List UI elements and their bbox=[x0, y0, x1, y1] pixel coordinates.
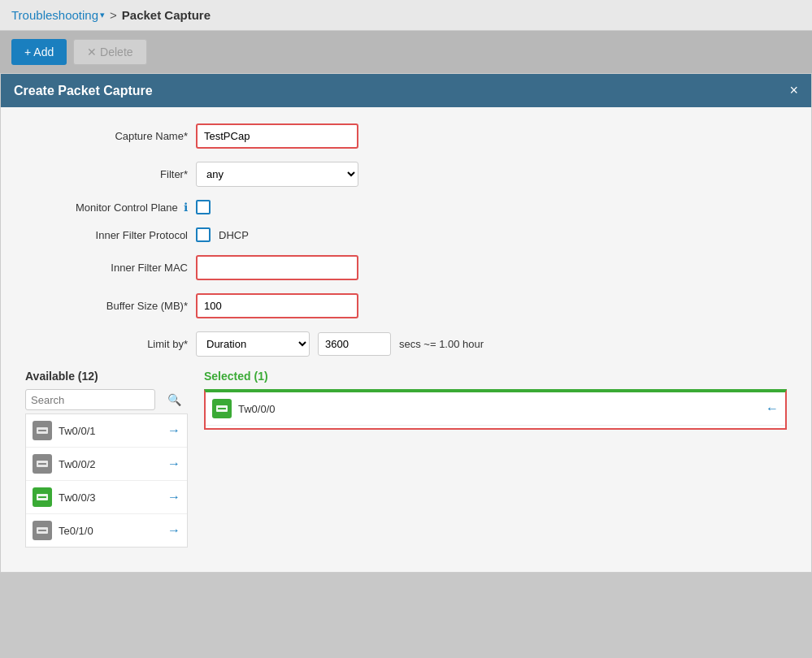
remove-item-arrow[interactable]: ← bbox=[766, 401, 779, 416]
search-input[interactable] bbox=[31, 394, 167, 406]
add-item-arrow[interactable]: → bbox=[167, 423, 180, 438]
interface-icon bbox=[33, 487, 52, 507]
selected-item-left: Tw0/0/0 bbox=[212, 399, 276, 418]
selected-item[interactable]: Tw0/0/0 ← bbox=[206, 392, 785, 426]
monitor-cp-info-icon[interactable]: ℹ bbox=[184, 201, 188, 214]
monitor-cp-checkbox[interactable] bbox=[196, 200, 211, 214]
create-packet-capture-modal: Create Packet Capture × Capture Name* Fi… bbox=[0, 73, 812, 573]
capture-name-row: Capture Name* bbox=[25, 123, 787, 149]
inner-filter-mac-label: Inner Filter MAC bbox=[25, 262, 188, 274]
inner-filter-mac-input[interactable] bbox=[196, 255, 358, 280]
filter-select[interactable]: any custom bbox=[196, 162, 358, 187]
monitor-cp-row: Monitor Control Plane ℹ bbox=[25, 200, 787, 214]
inner-filter-mac-row: Inner Filter MAC bbox=[25, 255, 787, 280]
troubleshooting-label: Troubleshooting bbox=[11, 8, 98, 22]
filter-label: Filter* bbox=[25, 168, 188, 180]
list-item[interactable]: Tw0/0/1 → bbox=[26, 414, 187, 448]
available-header: Available (12) bbox=[25, 370, 188, 383]
page-title: Packet Capture bbox=[122, 8, 211, 22]
search-icon: 🔍 bbox=[167, 393, 181, 406]
top-bar: Troubleshooting ▾ > Packet Capture bbox=[0, 0, 812, 31]
selected-item-name: Tw0/0/0 bbox=[238, 403, 276, 415]
action-bar: + Add ✕ Delete bbox=[0, 31, 812, 73]
list-item-left: Tw0/0/2 bbox=[33, 454, 96, 474]
delete-button[interactable]: ✕ Delete bbox=[73, 39, 146, 65]
add-item-arrow[interactable]: → bbox=[167, 457, 180, 471]
list-item[interactable]: Te0/1/0 → bbox=[26, 514, 187, 547]
dhcp-label: DHCP bbox=[219, 229, 249, 241]
add-item-arrow[interactable]: → bbox=[167, 523, 180, 538]
breadcrumb-separator: > bbox=[110, 8, 117, 22]
interface-icon bbox=[33, 454, 52, 474]
interface-icon bbox=[33, 521, 52, 540]
list-item-left: Tw0/0/1 bbox=[33, 421, 96, 440]
inner-filter-protocol-label: Inner Filter Protocol bbox=[25, 229, 188, 241]
inner-filter-protocol-row: Inner Filter Protocol DHCP bbox=[25, 227, 787, 242]
interface-icon bbox=[33, 421, 52, 440]
capture-name-label: Capture Name* bbox=[25, 130, 188, 142]
dhcp-checkbox[interactable] bbox=[196, 227, 211, 242]
available-list: Tw0/0/1 → Tw0/0/2 → bbox=[25, 413, 188, 548]
item-name: Te0/1/0 bbox=[59, 525, 93, 537]
list-item[interactable]: Tw0/0/3 → bbox=[26, 481, 187, 514]
search-box: 🔍 bbox=[25, 389, 155, 410]
available-count: Available (12) bbox=[25, 370, 98, 383]
list-item-left: Tw0/0/3 bbox=[33, 487, 96, 507]
add-button[interactable]: + Add bbox=[11, 39, 67, 65]
troubleshooting-caret: ▾ bbox=[100, 10, 105, 20]
item-name: Tw0/0/3 bbox=[59, 491, 96, 504]
buffer-size-label: Buffer Size (MB)* bbox=[25, 300, 188, 312]
limit-info-text: secs ~= 1.00 hour bbox=[399, 338, 484, 350]
selected-header: Selected (1) bbox=[204, 370, 787, 383]
modal-title: Create Packet Capture bbox=[14, 84, 153, 98]
available-panel: Available (12) 🔍 Tw0/0/1 → bbox=[25, 370, 188, 548]
list-item[interactable]: Tw0/0/2 → bbox=[26, 448, 187, 481]
selected-list: Tw0/0/0 ← bbox=[204, 389, 787, 430]
buffer-size-row: Buffer Size (MB)* bbox=[25, 293, 787, 318]
item-name: Tw0/0/1 bbox=[59, 425, 96, 437]
monitor-cp-label: Monitor Control Plane ℹ bbox=[25, 201, 188, 214]
filter-row: Filter* any custom bbox=[25, 162, 787, 187]
svg-rect-3 bbox=[38, 463, 46, 465]
modal-close-button[interactable]: × bbox=[789, 82, 798, 99]
list-item-left: Te0/1/0 bbox=[33, 521, 93, 540]
add-item-arrow[interactable]: → bbox=[167, 490, 180, 504]
transfer-section: Available (12) 🔍 Tw0/0/1 → bbox=[25, 370, 787, 556]
troubleshooting-nav[interactable]: Troubleshooting ▾ bbox=[11, 8, 105, 22]
limit-by-label: Limit by* bbox=[25, 338, 188, 350]
svg-rect-9 bbox=[218, 408, 226, 409]
item-name: Tw0/0/2 bbox=[59, 458, 96, 470]
capture-name-input[interactable] bbox=[196, 123, 358, 149]
limit-by-row: Limit by* Duration Packet Count File Siz… bbox=[25, 331, 787, 357]
limit-by-select[interactable]: Duration Packet Count File Size bbox=[196, 331, 310, 357]
buffer-size-input[interactable] bbox=[196, 293, 358, 318]
modal-header: Create Packet Capture × bbox=[1, 74, 811, 107]
svg-rect-5 bbox=[38, 496, 46, 498]
modal-body: Capture Name* Filter* any custom Monitor… bbox=[1, 107, 811, 572]
limit-seconds-input[interactable] bbox=[318, 332, 391, 356]
svg-rect-1 bbox=[38, 430, 46, 431]
selected-panel: Selected (1) Tw0/0/0 ← bbox=[204, 370, 787, 548]
interface-icon-selected bbox=[212, 399, 232, 418]
svg-rect-7 bbox=[38, 530, 46, 531]
